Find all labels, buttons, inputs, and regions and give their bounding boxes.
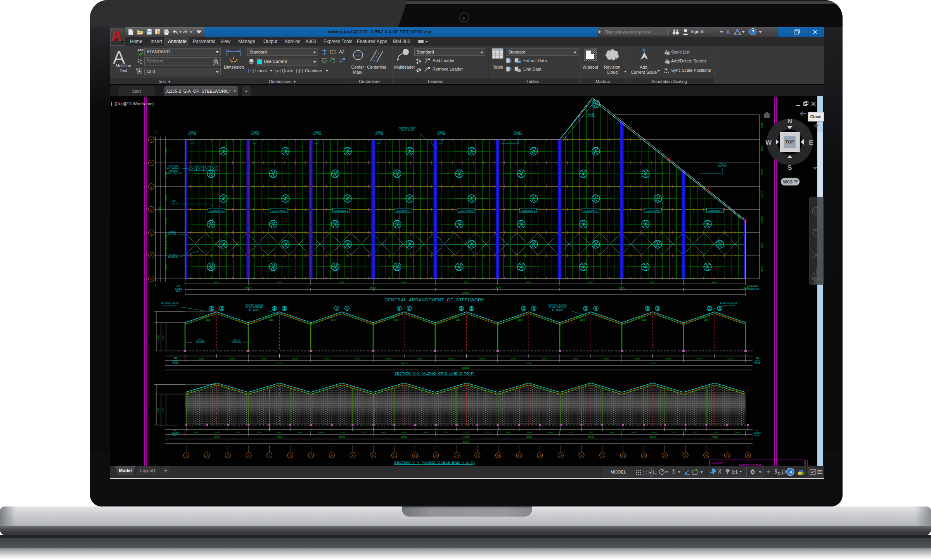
svg-text:TO BE SUPPLIED: TO BE SUPPLIED [245,306,263,308]
svg-text:9: 9 [352,454,353,457]
svg-text:162000: 162000 [462,367,470,369]
svg-text:GUTTER: GUTTER [313,133,322,135]
svg-text:AT EVERY: AT EVERY [168,170,178,172]
svg-text:19: 19 [559,454,562,457]
svg-text:18000: 18000 [339,436,345,438]
svg-text:6218: 6218 [760,122,763,128]
svg-text:GODOWN 5: GODOWN 5 [459,209,473,212]
svg-text:16000: 16000 [760,216,763,223]
svg-text:300: 300 [154,131,157,134]
svg-text:162000: 162000 [462,292,470,294]
svg-text:18000: 18000 [649,436,656,438]
svg-text:VALLEY: VALLEY [233,339,241,341]
svg-text:B: B [150,161,152,165]
svg-text:11: 11 [393,454,396,457]
svg-text:PURLIN: PURLIN [170,202,178,205]
svg-text:A: A [150,138,152,142]
svg-text:KARIM KARMALI: KARIM KARMALI [739,463,764,466]
svg-text:28: 28 [746,454,749,457]
svg-text:8000: 8000 [652,431,657,434]
svg-text:9000: 9000 [506,431,511,434]
svg-text:18000: 18000 [588,436,594,438]
svg-text:9000: 9000 [165,148,168,154]
svg-text:18000: 18000 [526,436,532,438]
svg-text:1000: 1000 [704,319,708,321]
svg-text:1000: 1000 [518,319,523,321]
svg-text:1000: 1000 [642,319,647,321]
svg-text:ROTATING ROOF: ROTATING ROOF [720,302,737,304]
svg-text:A: A [140,59,142,62]
svg-text:8000: 8000 [444,431,448,434]
svg-text:9000: 9000 [465,431,469,434]
svg-text:CLIENT:: CLIENT: [711,461,723,465]
svg-text:EAVES: EAVES [169,231,176,233]
svg-text:9000: 9000 [199,358,204,360]
svg-text:PURLIN SPACING: PURLIN SPACING [165,172,182,175]
svg-text:18000: 18000 [619,287,625,289]
svg-text:4: 4 [248,454,249,457]
svg-text:4500: 4500 [760,242,763,248]
svg-text:EAVES: EAVES [754,432,761,434]
svg-text:9000: 9000 [590,431,594,434]
svg-text:9000: 9000 [548,431,553,434]
svg-text:VALLEY: VALLEY [514,131,522,133]
svg-text:300: 300 [154,283,157,287]
svg-text:24000: 24000 [327,316,333,318]
svg-text:5: 5 [269,454,270,457]
svg-text:SECTION X–X (ALONG GRID LI: SECTION X–X (ALONG GRID LINE B TO F) [395,371,475,375]
svg-text:GUTTER: GUTTER [375,133,384,135]
svg-text:8000 BRACED BAY: 8000 BRACED BAY [165,232,168,255]
svg-text:EAVES: EAVES [172,360,179,362]
svg-text:9000: 9000 [401,281,407,283]
svg-text:18000: 18000 [401,436,408,438]
svg-text:GODOWN 8: GODOWN 8 [646,209,660,212]
svg-text:8000: 8000 [486,431,490,434]
svg-text:ANTI–SAG: ANTI–SAG [168,165,178,167]
svg-text:26: 26 [705,454,708,457]
svg-text:6000: 6000 [760,266,763,271]
svg-text:8000: 8000 [694,431,698,434]
svg-text:20: 20 [580,454,583,457]
svg-text:BY CLIENT: BY CLIENT [552,309,563,311]
svg-text:600: 600 [755,429,759,432]
svg-text:18000: 18000 [213,436,220,438]
svg-text:ROTATING ROOF: ROTATING ROOF [161,302,178,304]
svg-text:9000: 9000 [712,281,717,283]
svg-text:1000: 1000 [269,319,273,321]
svg-text:7485: 7485 [157,408,159,413]
svg-text:1000: 1000 [331,319,336,321]
svg-text:7485: 7485 [157,335,159,340]
svg-text:14: 14 [455,454,458,457]
svg-text:8000: 8000 [527,431,532,434]
svg-text:WCS: WCS [783,180,793,184]
svg-text:GUTTER: GUTTER [514,133,522,135]
svg-text:ROTATING ROOF: ROTATING ROOF [399,127,416,129]
svg-text:9000: 9000 [479,358,485,360]
svg-text:8000: 8000 [735,431,740,434]
svg-text:22: 22 [621,454,625,457]
svg-text:600: 600 [755,357,759,359]
svg-text:18000: 18000 [649,362,656,365]
svg-text:VENTILATORS: VENTILATORS [163,304,177,307]
svg-text:TO BE SUPPLIED: TO BE SUPPLIED [549,306,566,308]
svg-text:8000: 8000 [361,431,365,434]
svg-text:18000: 18000 [526,362,532,365]
svg-text:21: 21 [601,454,604,457]
svg-text:8000: 8000 [569,431,573,434]
svg-text:VALLEY: VALLEY [587,113,595,115]
svg-text:12: 12 [414,454,417,457]
svg-text:9000: 9000 [339,281,345,283]
svg-text:24000: 24000 [452,316,458,318]
svg-text:GUTTER: GUTTER [718,165,727,167]
svg-text:7: 7 [310,454,312,457]
svg-text:18000: 18000 [370,287,376,289]
svg-text:E: E [150,231,152,235]
svg-text:9000: 9000 [448,358,454,360]
svg-text:3: 3 [227,454,228,457]
svg-text:7200: 7200 [162,335,164,340]
svg-text:9000: 9000 [542,358,547,360]
svg-text:E: E [809,139,813,146]
svg-text:23: 23 [642,454,645,457]
svg-text:Close: Close [810,114,822,119]
svg-text:VALLEY: VALLEY [438,131,445,133]
